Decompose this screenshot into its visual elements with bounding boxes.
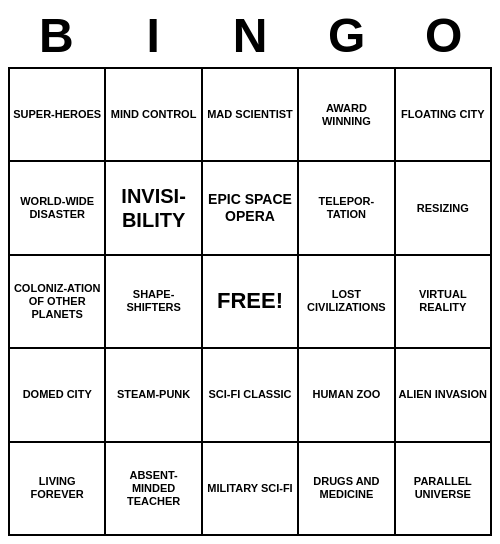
bingo-cell-3[interactable]: AWARD WINNING [299, 69, 395, 162]
bingo-cell-12[interactable]: FREE! [203, 256, 299, 349]
bingo-cell-0[interactable]: SUPER-HEROES [10, 69, 106, 162]
bingo-cell-10[interactable]: COLONIZ-ATION OF OTHER PLANETS [10, 256, 106, 349]
bingo-cell-22[interactable]: MILITARY SCI-FI [203, 443, 299, 536]
bingo-cell-13[interactable]: LOST CIVILIZATIONS [299, 256, 395, 349]
bingo-cell-21[interactable]: ABSENT-MINDED TEACHER [106, 443, 202, 536]
bingo-cell-9[interactable]: RESIZING [396, 162, 492, 255]
cell-text-5: WORLD-WIDE DISASTER [12, 195, 102, 221]
cell-text-16: STEAM-PUNK [117, 388, 190, 401]
cell-text-20: LIVING FOREVER [12, 475, 102, 501]
bingo-cell-19[interactable]: ALIEN INVASION [396, 349, 492, 442]
bingo-cell-17[interactable]: SCI-FI CLASSIC [203, 349, 299, 442]
cell-text-1: MIND CONTROL [111, 108, 197, 121]
cell-text-22: MILITARY SCI-FI [207, 482, 292, 495]
bingo-cell-8[interactable]: TELEPOR-TATION [299, 162, 395, 255]
bingo-cell-1[interactable]: MIND CONTROL [106, 69, 202, 162]
bingo-cell-23[interactable]: DRUGS AND MEDICINE [299, 443, 395, 536]
cell-text-19: ALIEN INVASION [399, 388, 487, 401]
cell-text-3: AWARD WINNING [301, 102, 391, 128]
letter-i: I [105, 8, 202, 63]
bingo-cell-11[interactable]: SHAPE-SHIFTERS [106, 256, 202, 349]
cell-text-13: LOST CIVILIZATIONS [301, 288, 391, 314]
cell-text-7: EPIC SPACE OPERA [205, 191, 295, 225]
cell-text-2: MAD SCIENTIST [207, 108, 293, 121]
bingo-cell-5[interactable]: WORLD-WIDE DISASTER [10, 162, 106, 255]
cell-text-15: DOMED CITY [23, 388, 92, 401]
bingo-cell-14[interactable]: VIRTUAL REALITY [396, 256, 492, 349]
cell-text-9: RESIZING [417, 202, 469, 215]
bingo-cell-18[interactable]: HUMAN ZOO [299, 349, 395, 442]
letter-n: N [202, 8, 299, 63]
cell-text-18: HUMAN ZOO [312, 388, 380, 401]
cell-text-23: DRUGS AND MEDICINE [301, 475, 391, 501]
cell-text-21: ABSENT-MINDED TEACHER [108, 469, 198, 509]
cell-text-8: TELEPOR-TATION [301, 195, 391, 221]
letter-o: O [395, 8, 492, 63]
bingo-cell-7[interactable]: EPIC SPACE OPERA [203, 162, 299, 255]
bingo-title: B I N G O [8, 8, 492, 63]
bingo-cell-15[interactable]: DOMED CITY [10, 349, 106, 442]
cell-text-0: SUPER-HEROES [13, 108, 101, 121]
bingo-cell-20[interactable]: LIVING FOREVER [10, 443, 106, 536]
bingo-cell-4[interactable]: FLOATING CITY [396, 69, 492, 162]
bingo-cell-24[interactable]: PARALLEL UNIVERSE [396, 443, 492, 536]
cell-text-12: FREE! [217, 288, 283, 314]
bingo-grid: SUPER-HEROESMIND CONTROLMAD SCIENTISTAWA… [8, 67, 492, 536]
cell-text-11: SHAPE-SHIFTERS [108, 288, 198, 314]
bingo-cell-2[interactable]: MAD SCIENTIST [203, 69, 299, 162]
cell-text-17: SCI-FI CLASSIC [208, 388, 291, 401]
letter-g: G [298, 8, 395, 63]
cell-text-4: FLOATING CITY [401, 108, 485, 121]
cell-text-10: COLONIZ-ATION OF OTHER PLANETS [12, 282, 102, 322]
cell-text-14: VIRTUAL REALITY [398, 288, 488, 314]
cell-text-24: PARALLEL UNIVERSE [398, 475, 488, 501]
bingo-cell-6[interactable]: INVISI-BILITY [106, 162, 202, 255]
cell-text-6: INVISI-BILITY [108, 184, 198, 232]
bingo-cell-16[interactable]: STEAM-PUNK [106, 349, 202, 442]
letter-b: B [8, 8, 105, 63]
